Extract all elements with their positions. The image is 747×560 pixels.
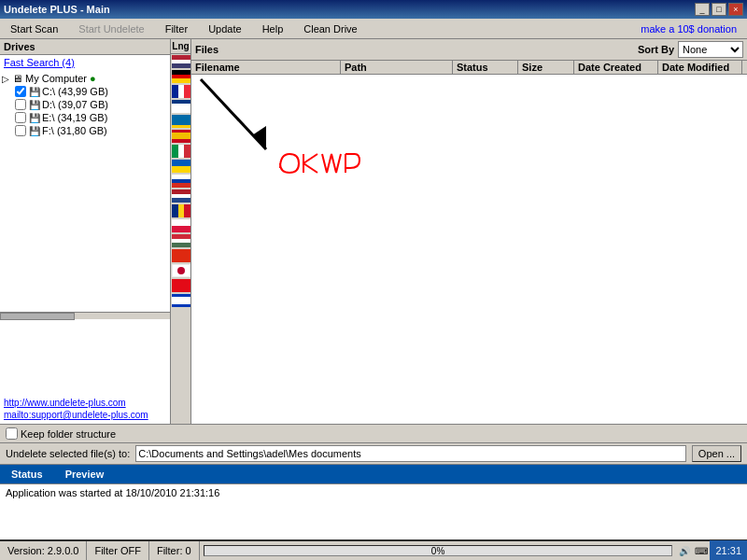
left-scrollbar[interactable] bbox=[0, 312, 170, 319]
maximize-button[interactable]: □ bbox=[712, 3, 726, 16]
drive-f-label: F:\ (31,80 GB) bbox=[42, 125, 107, 136]
drive-list: 💾 C:\ (43,99 GB) 💾 D:\ (39,07 GB) 💾 E:\ … bbox=[2, 85, 168, 137]
donate-link[interactable]: make a 10$ donation bbox=[630, 19, 747, 38]
files-panel: Files Sort By None Name Path Size Status… bbox=[191, 39, 747, 424]
flag-fi[interactable] bbox=[172, 100, 190, 113]
drive-e-checkbox[interactable] bbox=[15, 112, 26, 123]
drives-header: Drives bbox=[0, 39, 170, 55]
flag-es[interactable] bbox=[172, 130, 190, 143]
tray-icon-1: 🔊 bbox=[677, 543, 692, 558]
drive-e-icon: 💾 bbox=[29, 113, 40, 123]
flag-jp[interactable] bbox=[172, 264, 190, 277]
progress-label: 0% bbox=[431, 546, 444, 556]
lang-panel: Lng bbox=[171, 39, 191, 424]
sort-by-label: Sort By bbox=[638, 44, 674, 55]
minimize-button[interactable]: _ bbox=[695, 3, 710, 16]
fast-search-link[interactable]: Fast Search (4) bbox=[0, 55, 170, 70]
flag-se[interactable] bbox=[172, 115, 190, 128]
flag-ru[interactable] bbox=[172, 175, 190, 188]
content-area: Drives Fast Search (4) ▷ 🖥 My Computer ●… bbox=[0, 39, 747, 424]
flag-hu[interactable] bbox=[172, 234, 190, 247]
start-undelete-button[interactable]: Start Undelete bbox=[68, 19, 154, 38]
flag-pl[interactable] bbox=[172, 219, 190, 232]
version-section: Version: 2.9.0.0 bbox=[0, 541, 87, 560]
left-links: http://www.undelete-plus.com mailto:supp… bbox=[0, 394, 170, 424]
drive-c-checkbox[interactable] bbox=[15, 86, 26, 97]
update-menu[interactable]: Update bbox=[198, 19, 251, 38]
filter-section: Filter OFF bbox=[87, 541, 149, 560]
svg-line-0 bbox=[201, 79, 266, 149]
left-spacer bbox=[0, 319, 170, 394]
annotation-svg bbox=[191, 75, 733, 355]
version-label: Version: 2.9.0.0 bbox=[7, 545, 78, 556]
flag-tr[interactable] bbox=[172, 279, 190, 292]
col-path-header: Path bbox=[341, 61, 453, 74]
filter2-section: Filter: 0 bbox=[149, 541, 200, 560]
green-dot: ● bbox=[90, 73, 96, 84]
help-menu[interactable]: Help bbox=[252, 19, 294, 38]
keep-folder-text: Keep folder structure bbox=[21, 428, 116, 440]
email-link[interactable]: mailto:support@undelete-plus.com bbox=[4, 410, 166, 420]
status-bar: Version: 2.9.0.0 Filter OFF Filter: 0 0%… bbox=[0, 539, 747, 560]
drive-d-label: D:\ (39,07 GB) bbox=[42, 99, 108, 110]
drive-d-item[interactable]: 💾 D:\ (39,07 GB) bbox=[15, 98, 168, 111]
undelete-label: Undelete selected file(s) to: bbox=[6, 448, 130, 459]
filter2-label: Filter: 0 bbox=[157, 545, 191, 556]
left-panel: Drives Fast Search (4) ▷ 🖥 My Computer ●… bbox=[0, 39, 171, 424]
status-tab[interactable]: Status bbox=[0, 465, 54, 483]
left-scroll-thumb[interactable] bbox=[0, 313, 75, 320]
undelete-row: Undelete selected file(s) to: Open ... bbox=[0, 443, 747, 465]
taskbar-right: 🔊 ⌨ 21:31 bbox=[676, 540, 747, 560]
open-button[interactable]: Open ... bbox=[692, 445, 741, 462]
flag-cn[interactable] bbox=[172, 249, 190, 262]
flag-fr[interactable] bbox=[172, 85, 190, 98]
drive-f-checkbox[interactable] bbox=[15, 125, 26, 136]
flag-us[interactable] bbox=[172, 55, 190, 68]
col-modified-header: Date Modified bbox=[658, 61, 742, 74]
files-header-bar: Files Sort By None Name Path Size Status bbox=[191, 39, 747, 61]
website-link[interactable]: http://www.undelete-plus.com bbox=[4, 398, 166, 408]
folder-options: Keep folder structure bbox=[0, 425, 747, 443]
flag-de[interactable] bbox=[172, 70, 190, 83]
drive-d-icon: 💾 bbox=[29, 100, 40, 110]
status-preview-tabs: Status Preview bbox=[0, 465, 747, 483]
status-content: Application was started at 18/10/2010 21… bbox=[0, 483, 747, 539]
flag-ro[interactable] bbox=[172, 204, 190, 217]
start-scan-button[interactable]: Start Scan bbox=[0, 19, 68, 38]
drive-c-icon: 💾 bbox=[29, 87, 40, 97]
filter-label: Filter OFF bbox=[94, 545, 141, 556]
files-table-header: Filename Path Status Size Date Created D… bbox=[191, 61, 747, 75]
keep-folder-label[interactable]: Keep folder structure bbox=[6, 427, 116, 440]
drive-e-item[interactable]: 💾 E:\ (34,19 GB) bbox=[15, 111, 168, 124]
col-status-header: Status bbox=[453, 61, 518, 74]
lang-header: Lng bbox=[171, 39, 190, 54]
drive-c-label: C:\ (43,99 GB) bbox=[42, 86, 108, 97]
flag-ua[interactable] bbox=[172, 160, 190, 173]
preview-tab[interactable]: Preview bbox=[54, 465, 116, 483]
drive-c-item[interactable]: 💾 C:\ (43,99 GB) bbox=[15, 85, 168, 98]
filter-menu[interactable]: Filter bbox=[155, 19, 198, 38]
my-computer-label: My Computer bbox=[25, 73, 87, 84]
flag-nl[interactable] bbox=[172, 189, 190, 203]
undelete-path-input[interactable] bbox=[135, 445, 686, 462]
progress-bar-container: 0% bbox=[204, 545, 673, 556]
files-label: Files bbox=[195, 44, 218, 55]
drive-f-item[interactable]: 💾 F:\ (31,80 GB) bbox=[15, 124, 168, 137]
close-button[interactable]: × bbox=[728, 3, 743, 16]
status-text: Application was started at 18/10/2010 21… bbox=[6, 487, 219, 498]
main-area: Drives Fast Search (4) ▷ 🖥 My Computer ●… bbox=[0, 39, 747, 539]
bottom-area: Keep folder structure Undelete selected … bbox=[0, 424, 747, 539]
col-size-header: Size bbox=[518, 61, 574, 74]
drive-e-label: E:\ (34,19 GB) bbox=[42, 112, 107, 123]
app-title: Undelete PLUS - Main bbox=[4, 4, 110, 15]
sort-select[interactable]: None Name Path Size Status bbox=[678, 41, 743, 58]
menu-bar: Start Scan Start Undelete Filter Update … bbox=[0, 19, 747, 39]
clean-drive-menu[interactable]: Clean Drive bbox=[293, 19, 367, 38]
flag-it[interactable] bbox=[172, 145, 190, 158]
drive-tree: ▷ 🖥 My Computer ● 💾 C:\ (43,99 GB) 💾 D:\ bbox=[0, 70, 170, 312]
flag-il[interactable] bbox=[172, 294, 190, 307]
drive-d-checkbox[interactable] bbox=[15, 99, 26, 110]
keep-folder-checkbox[interactable] bbox=[6, 427, 18, 440]
computer-icon: 🖥 bbox=[12, 73, 22, 84]
my-computer-item[interactable]: ▷ 🖥 My Computer ● bbox=[2, 72, 168, 85]
